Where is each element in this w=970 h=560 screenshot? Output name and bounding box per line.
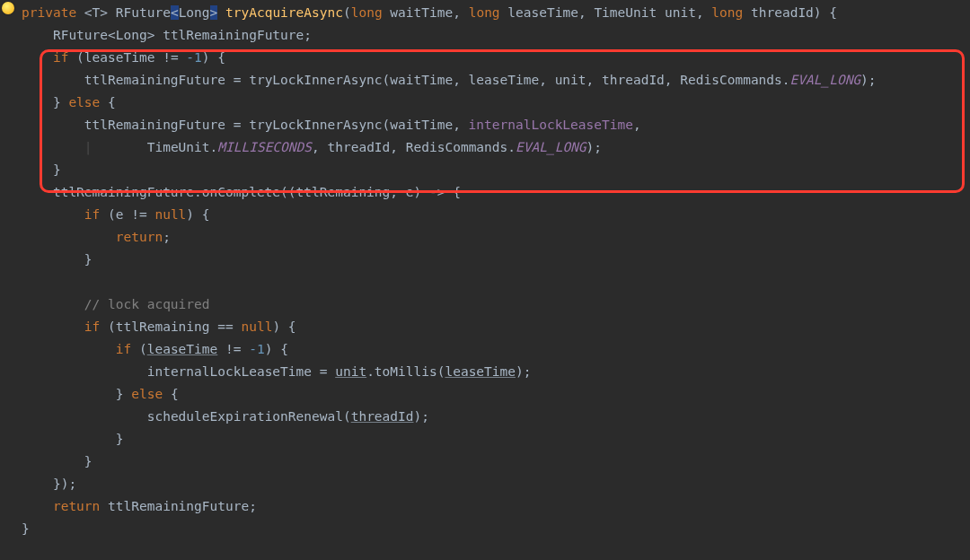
lightbulb-icon[interactable] — [2, 2, 14, 14]
caret-highlight: < — [171, 5, 179, 20]
caret-highlight: > — [210, 5, 218, 20]
code-content[interactable]: private <T> RFuture<Long> tryAcquireAsyn… — [0, 2, 970, 540]
keyword: private — [22, 5, 76, 20]
comment: // lock acquired — [84, 297, 210, 311]
method-name: tryAcquireAsync — [225, 5, 343, 20]
code-editor[interactable]: private <T> RFuture<Long> tryAcquireAsyn… — [0, 0, 970, 540]
